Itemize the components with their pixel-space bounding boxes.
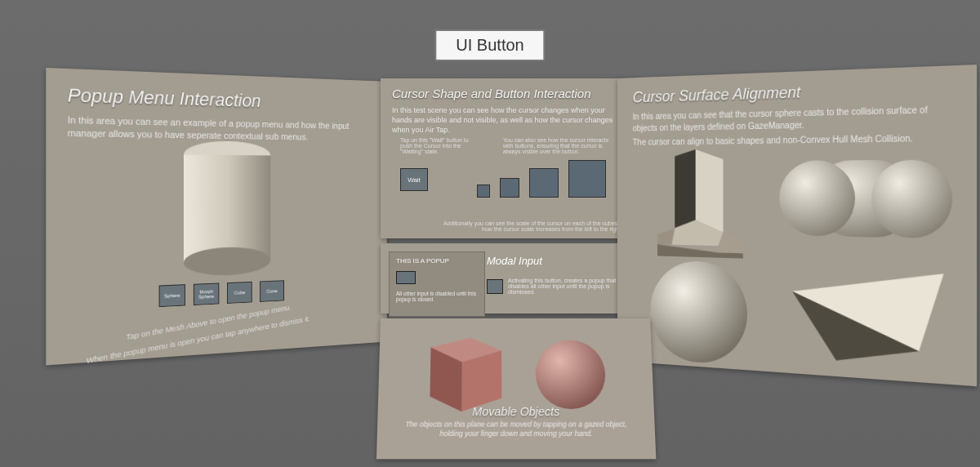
popup-close-button[interactable] <box>396 271 416 284</box>
shape-prism[interactable] <box>648 147 754 262</box>
demo-mesh-cylinder[interactable] <box>167 140 286 282</box>
hint-text: You can also see how the cursor interact… <box>503 137 617 154</box>
shape-sphere[interactable] <box>647 256 751 374</box>
scale-cube-4[interactable] <box>568 160 606 198</box>
svg-point-18 <box>535 340 606 410</box>
panel-title: Cursor Shape and Button Interaction <box>392 87 622 100</box>
submenu-btn-0[interactable]: Sphere <box>159 284 185 307</box>
scale-cube-3[interactable] <box>529 168 559 198</box>
svg-marker-4 <box>696 149 724 233</box>
panel-body: The objects on this plane can be moved b… <box>403 420 630 439</box>
svg-point-12 <box>650 260 747 366</box>
panel-title: Cursor Surface Alignment <box>633 78 957 107</box>
shape-capsule[interactable] <box>775 149 957 254</box>
svg-point-10 <box>779 160 855 237</box>
panel-movable-objects: Movable Objects The objects on this plan… <box>376 318 656 459</box>
submenu-btn-3[interactable]: Cone <box>260 280 284 302</box>
scene-3d-viewport[interactable]: UI Button Popup Menu Interaction In this… <box>0 0 980 467</box>
ui-button[interactable]: UI Button <box>434 29 545 61</box>
shape-pyramid[interactable] <box>784 260 948 379</box>
panel-body: The cursor can align to basic shapes and… <box>633 132 957 149</box>
modal-title: Modal Input <box>487 255 542 267</box>
svg-marker-3 <box>675 149 695 229</box>
cursor-scale-cubes <box>477 160 606 198</box>
svg-rect-1 <box>184 155 270 263</box>
svg-marker-7 <box>719 233 743 254</box>
submenu-btn-1[interactable]: Morph Sphere <box>194 282 219 305</box>
hint-text: Tap on this "Wait" button to push the Cu… <box>400 137 470 154</box>
panel-popup-menu: Popup Menu Interaction In this area you … <box>46 68 386 365</box>
scale-cube-1[interactable] <box>477 185 490 198</box>
movable-cube[interactable] <box>411 327 511 420</box>
panel-cursor-shape: Cursor Shape and Button Interaction In t… <box>381 78 634 238</box>
popup-submenu-row: Sphere Morph Sphere Cube Cone <box>159 280 284 307</box>
modal-note: Activating this button, creates a popup … <box>508 278 630 295</box>
panel-body: In this test scene you can see how the c… <box>392 105 622 135</box>
popup-title: THIS IS A POPUP <box>396 257 478 265</box>
popup-note: All other input is disabled until this p… <box>396 291 478 302</box>
panel-body: In this area you can see that the cursor… <box>633 103 957 133</box>
footnote-text: Additionally you can see the scale of th… <box>443 220 622 232</box>
popup-preview: THIS IS A POPUP All other input is disab… <box>389 251 485 317</box>
wait-button[interactable]: Wait <box>400 168 428 191</box>
scale-cube-2[interactable] <box>500 178 519 198</box>
submenu-btn-2[interactable]: Cube <box>227 282 252 304</box>
modal-description: Modal Input Activating this button, crea… <box>487 255 542 272</box>
panel-body: In this area you can see an example of a… <box>68 113 370 144</box>
panel-cursor-alignment: Cursor Surface Alignment In this area yo… <box>617 64 977 386</box>
panel-title: Popup Menu Interaction <box>68 84 370 114</box>
movable-sphere[interactable] <box>532 338 608 416</box>
open-modal-button[interactable] <box>487 279 503 294</box>
panel-modal-input: THIS IS A POPUP All other input is disab… <box>381 243 634 314</box>
